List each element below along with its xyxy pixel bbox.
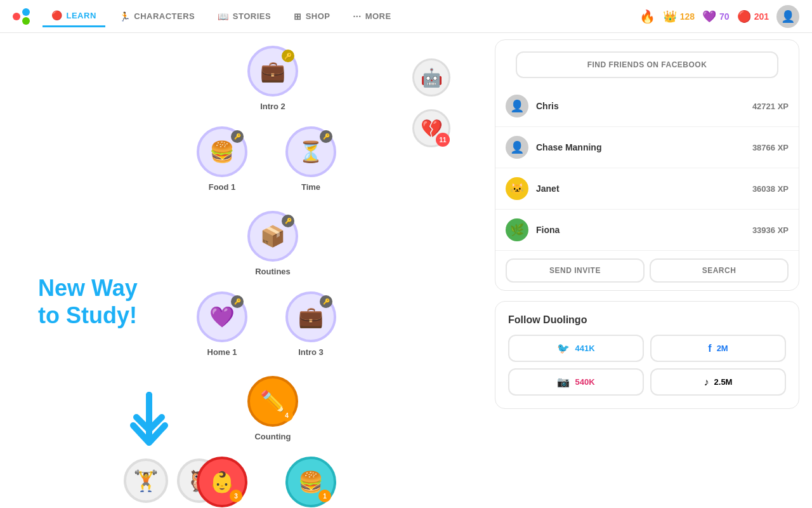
lesson-node-intro2[interactable]: 💼 🔑 Intro 2 xyxy=(247,46,298,111)
restaur1-icon: 🍔 xyxy=(298,470,324,494)
char-bubble-2[interactable]: 💔 11 xyxy=(412,109,450,147)
instagram-icon: 📷 xyxy=(557,376,570,388)
intro2-icon: 💼 xyxy=(260,59,285,83)
char-circle-robot[interactable]: 🤖 xyxy=(412,58,450,97)
hearts-value: 70 xyxy=(719,11,730,22)
main-content: New Way to Study! 🏋️ 🦉 xyxy=(0,0,812,508)
lb-xp-chase: 38766 XP xyxy=(752,143,789,152)
intro2-key-badge: 🔑 xyxy=(282,50,294,62)
intro3-badge: 🔑 xyxy=(320,295,332,308)
food-time-row: 🍔 🔑 Food 1 ⏳ 🔑 Time xyxy=(76,126,457,192)
nav-item-shop[interactable]: ⊞ SHOP xyxy=(285,6,339,27)
arrow-container xyxy=(124,382,200,461)
nav-item-learn[interactable]: 🔴 LEARN xyxy=(43,5,105,27)
nav-item-stories[interactable]: 📖 STORIES xyxy=(209,6,280,27)
leaderboard-card: FIND FRIENDS ON FACEBOOK 👤 Chris 42721 X… xyxy=(495,39,799,291)
intro3-icon: 💼 xyxy=(298,305,324,329)
promo-line2: to Study! xyxy=(38,302,138,329)
facebook-button[interactable]: f 2M xyxy=(650,335,786,362)
workout-icon: 🏋️ xyxy=(133,469,159,493)
family1-badge: 3 xyxy=(230,490,242,502)
time-label: Time xyxy=(301,182,320,192)
logo-dot-red xyxy=(13,13,20,20)
counting-label: Counting xyxy=(254,432,291,441)
nav-item-more[interactable]: ··· MORE xyxy=(344,6,400,27)
find-friends-button[interactable]: FIND FRIENDS ON FACEBOOK xyxy=(516,51,778,78)
lb-avatar-janet: 🐱 xyxy=(506,177,528,200)
facebook-count: 2M xyxy=(717,344,728,353)
heart-icon: 💜 xyxy=(702,10,716,23)
tiktok-icon: ♪ xyxy=(704,377,709,388)
user-avatar[interactable]: 👤 xyxy=(776,5,799,28)
xp-stat[interactable]: 🔴 201 xyxy=(737,10,769,23)
lb-name-chase: Chase Manning xyxy=(536,142,745,152)
shop-icon: ⊞ xyxy=(294,11,302,22)
lb-row-janet: 🐱 Janet 36038 XP xyxy=(495,168,799,210)
lb-row-chase: 👤 Chase Manning 38766 XP xyxy=(495,127,799,168)
char-bubble-1[interactable]: 🤖 xyxy=(412,58,450,97)
lesson-node-routines[interactable]: 📦 🔑 Routines xyxy=(247,211,298,276)
nav-characters-label: CHARACTERS xyxy=(134,11,195,21)
lb-name-chris: Chris xyxy=(536,101,745,111)
routines-badge: 🔑 xyxy=(282,215,294,227)
routines-row: 📦 🔑 Routines xyxy=(89,211,457,276)
home1-badge: 🔑 xyxy=(231,295,244,308)
lb-name-fiona: Fiona xyxy=(536,225,745,235)
lesson-node-restaur1[interactable]: 🍔 1 Restaur. 1 xyxy=(285,457,336,508)
lesson-node-food1[interactable]: 🍔 🔑 Food 1 xyxy=(197,126,247,192)
twitter-count: 441K xyxy=(575,344,594,353)
navbar: 🔴 LEARN 🏃 CHARACTERS 📖 STORIES ⊞ SHOP ··… xyxy=(0,0,812,33)
hearts-stat[interactable]: 💜 70 xyxy=(702,10,730,23)
characters-icon: 🏃 xyxy=(119,11,131,22)
time-icon: ⏳ xyxy=(298,140,324,164)
lb-avatar-chris: 👤 xyxy=(506,95,528,117)
family1-icon: 👶 xyxy=(209,470,235,494)
char-circle-heart[interactable]: 💔 11 xyxy=(412,109,450,147)
instagram-button[interactable]: 📷 540K xyxy=(508,368,644,396)
twitter-icon: 🐦 xyxy=(557,342,570,354)
lesson-node-counting[interactable]: ✏️ 4 Counting xyxy=(247,376,298,441)
nav-stories-label: STORIES xyxy=(233,11,271,21)
nav-item-characters[interactable]: 🏃 CHARACTERS xyxy=(110,6,204,27)
lb-xp-janet: 36038 XP xyxy=(752,184,789,194)
tiktok-count: 2.5M xyxy=(714,377,733,387)
fire-icon: 🔥 xyxy=(639,9,655,24)
lesson-node-family1[interactable]: 👶 3 Family 1 xyxy=(197,457,247,508)
nav-more-label: MORE xyxy=(365,11,391,21)
counting-icon: ✏️ xyxy=(260,389,285,413)
social-grid: 🐦 441K f 2M 📷 540K ♪ 2.5M xyxy=(508,335,786,396)
nav-right: 🔥 👑 128 💜 70 🔴 201 👤 xyxy=(639,5,799,28)
lb-xp-chris: 42721 XP xyxy=(752,102,789,111)
xp-value: 201 xyxy=(754,11,769,22)
search-button[interactable]: SEARCH xyxy=(650,258,789,283)
time-badge: 🔑 xyxy=(320,130,332,143)
routines-label: Routines xyxy=(255,267,291,276)
lesson-node-time[interactable]: ⏳ 🔑 Time xyxy=(285,126,336,192)
send-invite-button[interactable]: SEND INVITE xyxy=(506,258,645,283)
tiktok-button[interactable]: ♪ 2.5M xyxy=(650,368,786,396)
lb-row-chris: 👤 Chris 42721 XP xyxy=(495,86,799,127)
facebook-icon: f xyxy=(708,343,711,354)
intro2-label: Intro 2 xyxy=(260,102,285,111)
counting-badge: 4 xyxy=(280,409,293,422)
nav-shop-label: SHOP xyxy=(306,11,331,21)
gems-stat[interactable]: 👑 128 xyxy=(663,10,695,23)
restaur1-badge: 1 xyxy=(318,490,331,502)
home1-label: Home 1 xyxy=(207,347,237,357)
crown-icon: 👑 xyxy=(663,10,677,23)
food1-badge: 🔑 xyxy=(231,130,244,143)
intro2-row: 💼 🔑 Intro 2 xyxy=(89,46,457,111)
follow-card: Follow Duolingo 🐦 441K f 2M 📷 540K ♪ 2.5… xyxy=(495,301,799,409)
nav-logo xyxy=(13,8,30,25)
char-badge-count: 11 xyxy=(436,133,450,147)
lb-row-fiona: 🌿 Fiona 33936 XP xyxy=(495,210,799,251)
twitter-button[interactable]: 🐦 441K xyxy=(508,335,644,362)
lesson-node-workout[interactable]: 🏋️ xyxy=(124,458,168,503)
routines-icon: 📦 xyxy=(260,224,285,248)
lesson-node-home1[interactable]: 💜 🔑 Home 1 xyxy=(197,291,247,357)
food1-label: Food 1 xyxy=(209,182,236,192)
lesson-node-intro3[interactable]: 💼 🔑 Intro 3 xyxy=(285,291,336,357)
promo-text: New Way to Study! xyxy=(38,274,138,329)
logo-dot-green xyxy=(22,17,30,25)
streak-stat[interactable]: 🔥 xyxy=(639,9,655,24)
